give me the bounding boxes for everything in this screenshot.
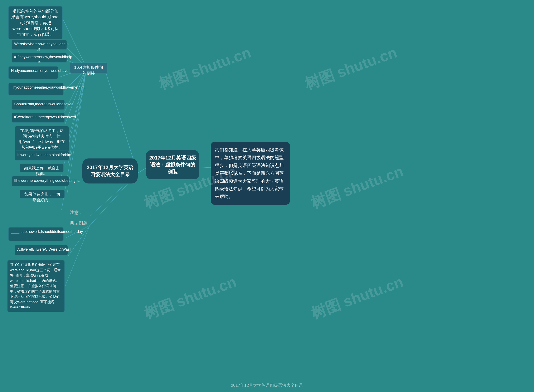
be-note-node: 在虚拟语气的从句中，动词'be'的过去时态一律用"were"，不用was，即在从…: [15, 126, 69, 152]
chinese2-node: 如果他在这儿，一切都会好的。: [20, 190, 65, 199]
example2a-node: Hadyoucomeearlier,youwouldhavemethim: [8, 66, 58, 79]
example3b-node: =Wereittorain,thecropswouldbesaved.: [11, 113, 65, 123]
right-node: 我们都知道，在大学英语四级考试中，单独考察英语四级语法的题型很少，但是英语四级语…: [211, 142, 290, 205]
blank-example-node: ____todothework,Ishoulddoitsomeotherday.: [8, 227, 64, 241]
watermark-6: 树图 shutu.cn: [308, 272, 406, 324]
bottom-footer: 2017年12月大学英语四级语法大全目录: [231, 383, 303, 388]
watermark-4: 树图 shutu.cn: [308, 161, 406, 213]
main-node: 2017年12月英语四级语法：虚拟条件句的倒装: [146, 150, 199, 179]
watermark-1: 树图 shutu.cn: [156, 42, 254, 94]
example1a-node: Weretheyherenow,theycouldhelp us.: [11, 40, 67, 50]
center-node: 2017年12月大学英语四级语法大全目录: [82, 159, 138, 183]
svg-line-7: [104, 68, 138, 173]
svg-line-17: [64, 226, 90, 290]
note-label: 注意：: [70, 210, 83, 215]
options-node: A.IfwereIB.IwereC.WereID.WasI: [15, 245, 68, 255]
example3a-node: Shoulditrain,thecropswouldbesaved.: [11, 100, 65, 110]
example4-node: IfIwereyou,Iwouldgotolookforhim.: [15, 150, 69, 161]
example2b-node: =Ifyouhadcomeearlier,youwouldhavemethim.: [8, 83, 64, 95]
top-note-node: 虚拟条件句的从句部分如果含有were,should,或had,可将if省略，再把…: [8, 6, 63, 39]
svg-line-8: [67, 68, 87, 146]
example1b-node: =Iftheywereherenow,theycouldhelp us.: [11, 52, 67, 63]
watermark-5: 树图 shutu.cn: [141, 272, 239, 324]
example5-node: Ifhewerehere,everythingwouldbealright.: [11, 176, 69, 186]
answer-note-node: 答案C.在虚拟条件句语中如果有were,should,had这三个词，通常将if…: [7, 260, 65, 312]
section-label-node: 16.4虚拟条件句的倒装: [70, 63, 108, 73]
chinese1-node: 如果我是你，就会去找他。: [20, 163, 64, 172]
watermark-3: 树图 shutu.cn: [302, 42, 400, 94]
typical-label: 典型例题: [70, 220, 87, 226]
